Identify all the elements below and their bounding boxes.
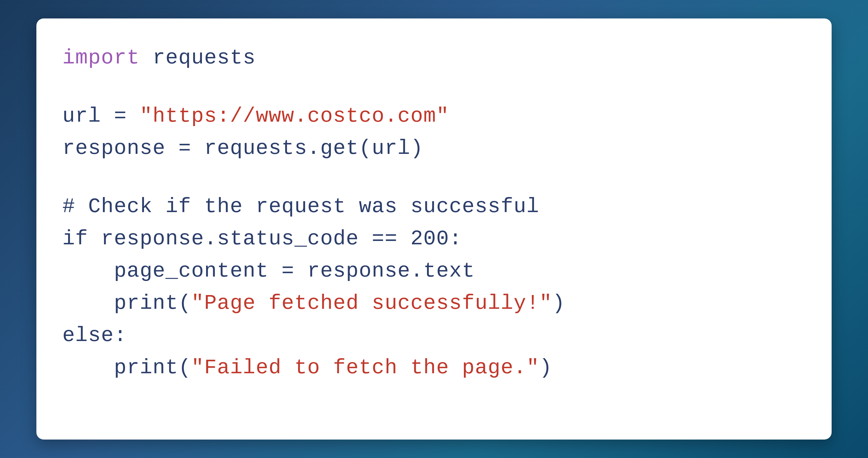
var-url: url =	[62, 104, 140, 128]
line-if: if response.status_code == 200:	[62, 223, 806, 255]
string-success: "Page fetched successfully!"	[191, 292, 552, 315]
string-fail: "Failed to fetch the page."	[191, 356, 539, 379]
print-close-fail: )	[539, 356, 553, 379]
page-content-assign: page_content = response.text	[62, 259, 475, 283]
line-page-content: page_content = response.text	[62, 255, 806, 287]
module-name: requests	[140, 46, 256, 70]
print-close-success: )	[552, 292, 565, 315]
line-comment: # Check if the request was successful	[62, 190, 806, 223]
keyword-import: import	[62, 46, 140, 70]
line-import: import requests	[62, 42, 806, 74]
code-card: import requests url = "https://www.costc…	[36, 19, 832, 439]
print-fn-success: print(	[62, 292, 191, 315]
code-block: import requests url = "https://www.costc…	[62, 42, 806, 384]
else-statement: else:	[62, 324, 127, 347]
empty-line-1	[62, 74, 806, 100]
comment-text: # Check if the request was successful	[62, 195, 539, 218]
line-response: response = requests.get(url)	[62, 132, 806, 164]
line-print-success: print("Page fetched successfully!")	[62, 287, 806, 319]
print-fn-fail: print(	[62, 356, 191, 379]
line-else: else:	[62, 319, 806, 352]
line-print-fail: print("Failed to fetch the page.")	[62, 352, 806, 384]
code-response: response = requests.get(url)	[62, 136, 423, 160]
line-url: url = "https://www.costco.com"	[62, 100, 806, 132]
empty-line-2	[62, 164, 806, 190]
string-url: "https://www.costco.com"	[140, 104, 450, 128]
if-statement: if response.status_code == 200:	[62, 227, 462, 251]
